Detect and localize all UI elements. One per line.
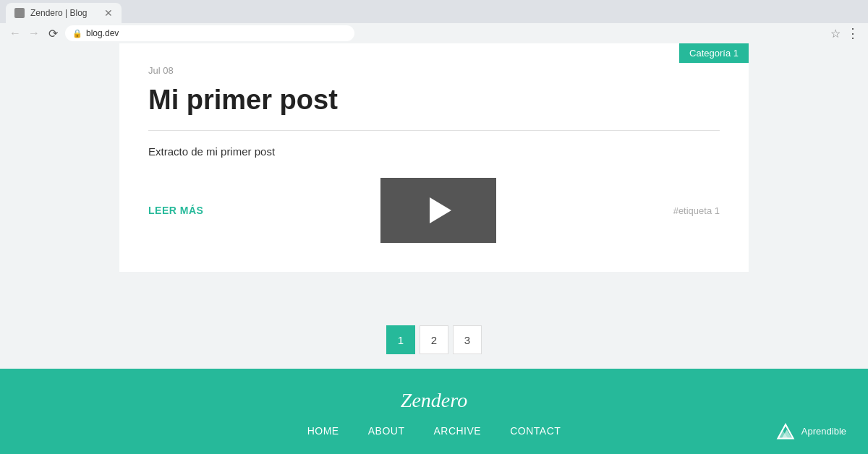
pagination: 1 2 3 <box>0 304 868 369</box>
tab-bar: Zendero | Blog ✕ <box>0 0 868 23</box>
tab-favicon <box>14 8 25 18</box>
category-badge[interactable]: Categoría 1 <box>679 43 749 63</box>
footer: Zendero HOME ABOUT ARCHIVE CONTACT Apren… <box>0 369 868 454</box>
post-tag: #etiqueta 1 <box>673 205 720 216</box>
menu-icon[interactable]: ⋮ <box>846 25 859 41</box>
page-content: Categoría 1 Jul 08 Mi primer post Extrac… <box>0 43 868 454</box>
tab-title: Zendero | Blog <box>30 8 88 18</box>
address-bar: ← → ⟳ 🔒 blog.dev ☆ ⋮ <box>0 23 868 43</box>
blog-area: Categoría 1 Jul 08 Mi primer post Extrac… <box>0 43 868 304</box>
browser-chrome: Zendero | Blog ✕ ← → ⟳ 🔒 blog.dev ☆ ⋮ <box>0 0 868 43</box>
play-icon <box>430 197 451 223</box>
page-2-button[interactable]: 2 <box>420 325 448 354</box>
page-1-button[interactable]: 1 <box>386 325 415 354</box>
refresh-button[interactable]: ⟳ <box>46 27 59 40</box>
post-excerpt: Extracto de mi primer post <box>148 145 720 158</box>
browser-tab[interactable]: Zendero | Blog ✕ <box>6 3 122 23</box>
forward-button[interactable]: → <box>27 27 41 40</box>
aprendible-icon <box>775 421 796 441</box>
back-button[interactable]: ← <box>9 27 22 40</box>
read-more-link[interactable]: LEER MÁS <box>148 205 203 216</box>
footer-nav: HOME ABOUT ARCHIVE CONTACT <box>0 425 868 437</box>
video-thumbnail[interactable] <box>380 178 496 243</box>
page-3-button[interactable]: 3 <box>453 325 482 354</box>
post-footer: LEER MÁS #etiqueta 1 <box>148 178 720 243</box>
tab-close-button[interactable]: ✕ <box>104 7 113 19</box>
footer-nav-archive[interactable]: ARCHIVE <box>433 425 481 437</box>
footer-nav-contact[interactable]: CONTACT <box>510 425 561 437</box>
url-bar[interactable]: 🔒 blog.dev <box>65 25 354 41</box>
post-title: Mi primer post <box>148 85 720 116</box>
footer-logo: Zendero <box>0 389 868 412</box>
url-text: blog.dev <box>86 28 119 38</box>
footer-nav-home[interactable]: HOME <box>307 425 339 437</box>
post-card: Categoría 1 Jul 08 Mi primer post Extrac… <box>119 43 749 272</box>
aprendible-brand: Aprendible <box>775 421 846 441</box>
footer-nav-about[interactable]: ABOUT <box>368 425 405 437</box>
ssl-lock-icon: 🔒 <box>72 29 82 38</box>
bookmark-icon[interactable]: ☆ <box>830 27 841 40</box>
aprendible-label: Aprendible <box>801 426 846 437</box>
post-divider <box>148 130 720 131</box>
post-date: Jul 08 <box>148 65 720 76</box>
